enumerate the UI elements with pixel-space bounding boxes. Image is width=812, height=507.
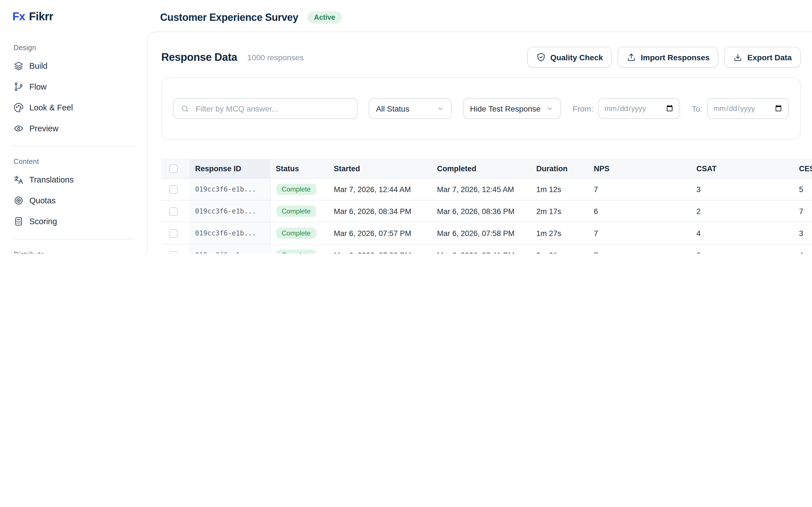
row-checkbox[interactable] bbox=[169, 185, 177, 194]
app-root: Fx Fikrr Design Build Flow Look & Feel P… bbox=[0, 0, 812, 253]
row-checkbox[interactable] bbox=[169, 229, 177, 238]
section-title: Response Data bbox=[161, 51, 237, 63]
status-cell: Complete bbox=[270, 200, 328, 222]
duration-cell: 3m 21s bbox=[530, 244, 588, 253]
export-data-label: Export Data bbox=[748, 53, 792, 62]
status-select-value: All Status bbox=[376, 104, 409, 113]
sidebar-divider bbox=[12, 239, 135, 239]
sidebar-item-flow[interactable]: Flow bbox=[8, 76, 139, 97]
responses-table-container: Response ID Status Started Completed Dur… bbox=[161, 159, 812, 253]
survey-header: Customer Experience Survey Active bbox=[160, 7, 342, 27]
to-label: To: bbox=[692, 104, 702, 113]
row-checkbox[interactable] bbox=[169, 251, 177, 253]
status-badge: Active bbox=[307, 11, 342, 24]
ces-cell: 5 bbox=[794, 178, 812, 200]
response-data-card: Response Data 1000 responses Quality Che… bbox=[147, 32, 812, 253]
response-id-cell: 019cc3f6-e1c... bbox=[190, 244, 270, 253]
chevron-down-icon bbox=[436, 105, 444, 112]
nps-cell: 6 bbox=[588, 200, 691, 222]
eye-icon bbox=[13, 123, 24, 133]
download-icon bbox=[733, 52, 743, 62]
started-cell: Mar 6, 2026, 08:34 PM bbox=[328, 200, 432, 222]
column-header-started: Started bbox=[328, 159, 432, 178]
row-checkbox[interactable] bbox=[169, 207, 177, 216]
mcq-filter-input[interactable] bbox=[195, 103, 350, 114]
ces-cell: 3 bbox=[794, 222, 812, 244]
export-data-button[interactable]: Export Data bbox=[724, 47, 801, 68]
duration-cell: 1m 27s bbox=[530, 222, 588, 244]
sidebar-divider bbox=[12, 146, 135, 147]
test-response-select[interactable]: Hide Test Response bbox=[463, 98, 561, 119]
column-header-duration: Duration bbox=[530, 159, 588, 178]
sidebar-section-design: Design bbox=[13, 44, 134, 52]
column-header-csat: CSAT bbox=[691, 159, 794, 178]
table-row[interactable]: 019cc3f6-e1b... Complete Mar 6, 2026, 08… bbox=[161, 200, 812, 222]
languages-icon bbox=[13, 174, 24, 184]
response-id-cell: 019cc3f6-e1b... bbox=[190, 222, 270, 244]
quality-check-label: Quality Check bbox=[550, 53, 603, 62]
started-cell: Mar 6, 2026, 07:57 PM bbox=[328, 222, 432, 244]
duration-cell: 1m 12s bbox=[530, 178, 588, 200]
app-logo[interactable]: Fx Fikrr bbox=[8, 0, 139, 33]
column-header-nps: NPS bbox=[588, 159, 691, 178]
layers-icon bbox=[13, 61, 24, 71]
search-icon bbox=[181, 104, 190, 113]
response-id-cell: 019cc3f6-e1b... bbox=[190, 200, 270, 222]
table-row[interactable]: 019cc3f6-e1b... Complete Mar 6, 2026, 07… bbox=[161, 222, 812, 244]
completed-cell: Mar 6, 2026, 07:41 PM bbox=[432, 244, 530, 253]
quality-check-button[interactable]: Quality Check bbox=[527, 47, 612, 68]
status-select[interactable]: All Status bbox=[369, 98, 451, 119]
from-label: From: bbox=[573, 104, 593, 113]
sidebar-item-label: Flow bbox=[29, 82, 47, 91]
nps-cell: 7 bbox=[588, 222, 691, 244]
page-title: Customer Experience Survey bbox=[160, 11, 298, 23]
target-icon bbox=[13, 195, 24, 205]
upload-icon bbox=[627, 52, 637, 62]
sidebar-item-look-and-feel[interactable]: Look & Feel bbox=[8, 97, 139, 118]
sidebar-item-preview[interactable]: Preview bbox=[8, 118, 139, 138]
to-date-input[interactable] bbox=[707, 98, 789, 119]
sidebar-item-label: Quotas bbox=[29, 196, 56, 205]
ces-cell: 7 bbox=[794, 200, 812, 222]
column-header-completed: Completed bbox=[432, 159, 530, 178]
mcq-filter-field bbox=[173, 98, 357, 119]
sidebar-section-distribute: Distribute bbox=[13, 251, 134, 253]
response-data-toolbar: Response Data 1000 responses Quality Che… bbox=[148, 47, 812, 68]
csat-cell: 4 bbox=[691, 222, 794, 244]
import-responses-button[interactable]: Import Responses bbox=[618, 47, 719, 68]
select-all-checkbox[interactable] bbox=[169, 165, 177, 173]
nps-cell: 7 bbox=[588, 178, 691, 200]
table-header-row: Response ID Status Started Completed Dur… bbox=[161, 159, 812, 178]
from-date-input[interactable] bbox=[598, 98, 680, 119]
sidebar-item-scoring[interactable]: Scoring bbox=[8, 211, 139, 231]
sidebar-item-quotas[interactable]: Quotas bbox=[8, 190, 139, 211]
palette-icon bbox=[13, 102, 24, 112]
calculator-icon bbox=[13, 216, 24, 226]
response-id-cell: 019cc3f6-e1b... bbox=[190, 178, 270, 200]
sidebar-item-label: Build bbox=[29, 61, 48, 70]
started-cell: Mar 7, 2026, 12:44 AM bbox=[328, 178, 432, 200]
sidebar-item-translations[interactable]: Translations bbox=[8, 169, 139, 190]
duration-cell: 2m 17s bbox=[530, 200, 588, 222]
completed-cell: Mar 6, 2026, 07:58 PM bbox=[432, 222, 530, 244]
logo-title: Fikrr bbox=[29, 10, 53, 23]
sidebar-item-label: Translations bbox=[29, 175, 73, 184]
table-row[interactable]: 019cc3f6-e1c... Complete Mar 6, 2026, 07… bbox=[161, 244, 812, 253]
column-header-status: Status bbox=[270, 159, 328, 178]
responses-table: Response ID Status Started Completed Dur… bbox=[161, 159, 812, 253]
status-cell: Complete bbox=[270, 244, 328, 253]
csat-cell: 3 bbox=[691, 244, 794, 253]
status-cell: Complete bbox=[270, 178, 328, 200]
csat-cell: 2 bbox=[691, 200, 794, 222]
completed-cell: Mar 7, 2026, 12:45 AM bbox=[432, 178, 530, 200]
sidebar-item-label: Scoring bbox=[29, 217, 57, 226]
sidebar-item-label: Look & Feel bbox=[29, 103, 73, 112]
flow-icon bbox=[13, 81, 24, 92]
table-row[interactable]: 019cc3f6-e1b... Complete Mar 7, 2026, 12… bbox=[161, 178, 812, 200]
column-header-ces: CES bbox=[794, 159, 812, 178]
completed-cell: Mar 6, 2026, 08:36 PM bbox=[432, 200, 530, 222]
sidebar-item-build[interactable]: Build bbox=[8, 55, 139, 76]
response-table-body: 019cc3f6-e1b... Complete Mar 7, 2026, 12… bbox=[161, 178, 812, 253]
row-status-badge: Complete bbox=[276, 184, 316, 195]
sidebar-item-label: Preview bbox=[29, 124, 58, 133]
